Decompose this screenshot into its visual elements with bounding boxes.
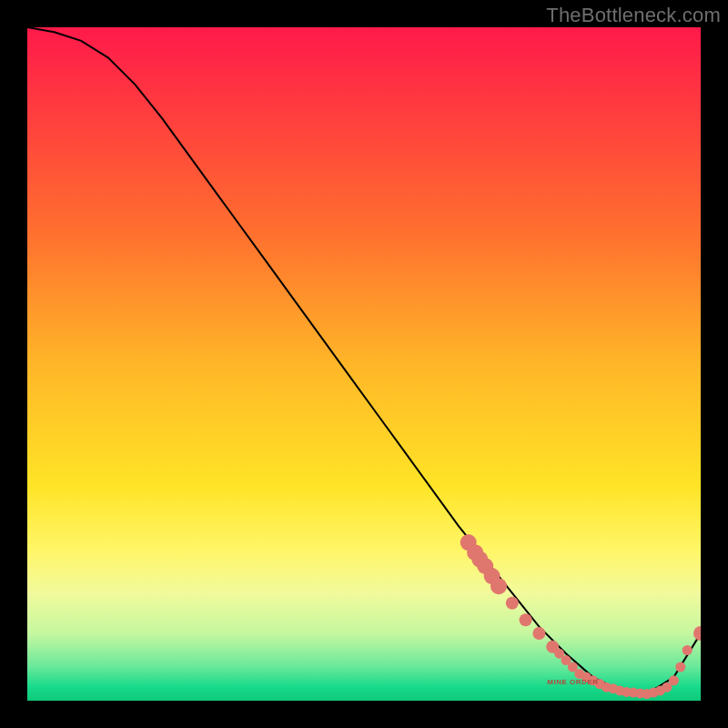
data-marker bbox=[682, 645, 693, 655]
data-marker bbox=[532, 627, 545, 640]
data-marker bbox=[490, 578, 507, 594]
bottleneck-curve bbox=[27, 27, 701, 694]
data-marker bbox=[520, 613, 532, 626]
data-marker bbox=[506, 597, 519, 610]
data-marker bbox=[675, 662, 685, 672]
data-marker bbox=[669, 675, 679, 685]
watermark-text: TheBottleneck.com bbox=[546, 4, 721, 27]
plot-area: MINE ORDER bbox=[27, 27, 701, 701]
marker-group bbox=[460, 534, 701, 699]
annotation-label: MINE ORDER bbox=[547, 678, 598, 686]
chart-container: TheBottleneck.com MINE ORDER bbox=[0, 0, 728, 728]
data-marker bbox=[693, 626, 701, 641]
chart-svg: MINE ORDER bbox=[27, 27, 701, 701]
